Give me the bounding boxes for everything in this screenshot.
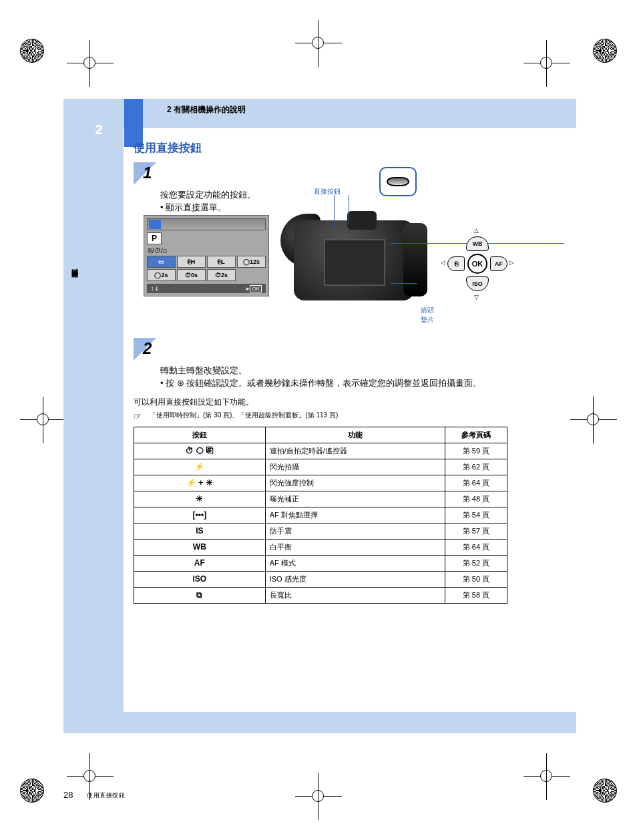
crop-mark: [295, 20, 342, 67]
dial-icon: [387, 177, 409, 186]
page-ref-cell: 第 62 頁: [445, 459, 507, 475]
table-row: ⏱ ◯ ⎘連拍/自拍定時器/遙控器第 59 頁: [134, 443, 507, 459]
table-row: [•••]AF 對焦點選擇第 54 頁: [134, 507, 507, 523]
table-row: ISOISO 感光度第 50 頁: [134, 571, 507, 587]
step-number: 1: [143, 164, 152, 182]
lcd-screen-illustration: P ⎘/⏱/◯ ▭ ⎘H ⎘L ◯12s ◯2s ⏱0s ⏱2s ↕⤓ ▸OK: [144, 215, 269, 296]
table-intro-text: 可以利用直接按鈕設定如下功能。: [134, 397, 521, 408]
chapter-header: 2 有關相機操作的說明: [167, 104, 246, 116]
arrowpad-ok-button: OK: [467, 254, 487, 274]
step2-text: 轉動主轉盤改變設定。 • 按 ⊛ 按鈕確認設定。或者幾秒鐘未操作轉盤，表示確定您…: [160, 365, 521, 390]
camera-illustration: 直接按鈕 箭頭墊片: [280, 187, 434, 321]
table-row: ⧉長寬比第 58 頁: [134, 587, 507, 603]
button-icon-cell: IS: [134, 523, 266, 539]
page-running-head: 使用直接按鈕: [87, 792, 125, 799]
function-cell: AF 對焦點選擇: [265, 507, 445, 523]
button-icon-cell: ⧉: [134, 587, 266, 603]
step-number: 2: [143, 339, 152, 358]
function-cell: 防手震: [265, 523, 445, 539]
page-ref-cell: 第 50 頁: [445, 571, 507, 587]
crop-mark: [67, 40, 114, 87]
page-frame-bottom: [63, 712, 576, 733]
table-header-button: 按鈕: [134, 427, 266, 443]
button-icon-cell: ISO: [134, 571, 266, 587]
function-cell: AF 模式: [265, 555, 445, 571]
button-icon-cell: WB: [134, 539, 266, 555]
page-ref-cell: 第 48 頁: [445, 491, 507, 507]
chapter-number: 2: [89, 115, 108, 144]
button-icon-cell: AF: [134, 555, 266, 571]
function-cell: 閃光拍攝: [265, 459, 445, 475]
function-cell: 閃光強度控制: [265, 475, 445, 491]
step1-line2: • 顯示直接選單。: [160, 202, 226, 212]
page-ref-cell: 第 57 頁: [445, 523, 507, 539]
direct-buttons-table: 按鈕 功能 參考頁碼 ⏱ ◯ ⎘連拍/自拍定時器/遙控器第 59 頁⚡閃光拍攝第…: [134, 427, 507, 604]
function-cell: ISO 感光度: [265, 571, 445, 587]
button-icon-cell: ⚡ + ☀: [134, 475, 266, 491]
step2-line1: 轉動主轉盤改變設定。: [160, 365, 247, 375]
table-header-page: 參考頁碼: [445, 427, 507, 443]
table-header-function: 功能: [265, 427, 445, 443]
page-ref-cell: 第 64 頁: [445, 475, 507, 491]
page-frame-side: [63, 99, 124, 733]
function-cell: 曝光補正: [265, 491, 445, 507]
button-icon-cell: [•••]: [134, 507, 266, 523]
lcd-mode-indicator: P: [147, 232, 162, 244]
button-icon-cell: ☀: [134, 491, 266, 507]
pointer-icon: ☞: [134, 411, 142, 421]
table-row: AFAF 模式第 52 頁: [134, 555, 507, 571]
crop-mark: [295, 773, 342, 820]
main-dial-callout: [379, 167, 417, 196]
lcd-option: ▭: [147, 256, 176, 268]
crop-mark: [523, 753, 570, 800]
cross-reference: ☞ 「使用即時控制」(第 30 頁)、「使用超級控制面板」(第 113 頁): [150, 411, 521, 420]
crop-mark: [523, 40, 570, 87]
crop-mark: [20, 397, 67, 443]
function-cell: 長寬比: [265, 587, 445, 603]
table-row: IS防手震第 57 頁: [134, 523, 507, 539]
step-flag-2: 2: [134, 338, 158, 361]
page-ref-cell: 第 52 頁: [445, 555, 507, 571]
page-ref-cell: 第 58 頁: [445, 587, 507, 603]
callout-direct-buttons: 直接按鈕: [314, 187, 341, 196]
lcd-menu-label: ⎘/⏱/◯: [147, 246, 266, 256]
lcd-ok-indicator: OK: [250, 285, 262, 292]
xref-text: 「使用即時控制」(第 30 頁)、「使用超級控制面板」(第 113 頁): [150, 411, 338, 419]
function-cell: 連拍/自拍定時器/遙控器: [265, 443, 445, 459]
lcd-option: ⏱2s: [207, 269, 236, 281]
side-tab-label: 有關相機操作的說明: [70, 280, 79, 284]
lcd-option: ◯2s: [147, 269, 176, 281]
arrowpad-down-iso: ISO: [466, 276, 489, 291]
page-ref-cell: 第 54 頁: [445, 507, 507, 523]
step-flag-1: 1: [134, 162, 158, 185]
page-number: 28: [63, 790, 73, 800]
table-row: WB白平衡第 64 頁: [134, 539, 507, 555]
lcd-option: ⎘H: [177, 256, 206, 268]
arrowpad-up-wb: WB: [466, 236, 489, 251]
crop-mark: [570, 397, 617, 443]
step1-line1: 按您要設定功能的按鈕。: [160, 190, 256, 200]
page-ref-cell: 第 64 頁: [445, 539, 507, 555]
table-row: ⚡閃光拍攝第 62 頁: [134, 459, 507, 475]
function-cell: 白平衡: [265, 539, 445, 555]
lcd-footer-nav: ↕⤓: [151, 285, 160, 292]
table-row: ☀曝光補正第 48 頁: [134, 491, 507, 507]
lcd-option: ◯12s: [237, 256, 266, 268]
step2-line2: • 按 ⊛ 按鈕確認設定。或者幾秒鐘未操作轉盤，表示確定您的調整並返回拍攝畫面。: [160, 378, 481, 388]
page-ref-cell: 第 59 頁: [445, 443, 507, 459]
arrowpad-right-af: AF: [490, 256, 507, 271]
lcd-option: ⏱0s: [177, 269, 206, 281]
arrow-pad-illustration: △ ▽ ◁ ▷ WB ISO ⎘ AF OK: [441, 227, 514, 300]
button-icon-cell: ⏱ ◯ ⎘: [134, 443, 266, 459]
section-title: 使用直接按鈕: [134, 140, 521, 156]
button-icon-cell: ⚡: [134, 459, 266, 475]
callout-arrowpad: 箭頭墊片: [421, 306, 434, 325]
arrowpad-left-drive: ⎘: [447, 256, 465, 271]
table-row: ⚡ + ☀閃光強度控制第 64 頁: [134, 475, 507, 491]
lcd-option: ⎘L: [207, 256, 236, 268]
